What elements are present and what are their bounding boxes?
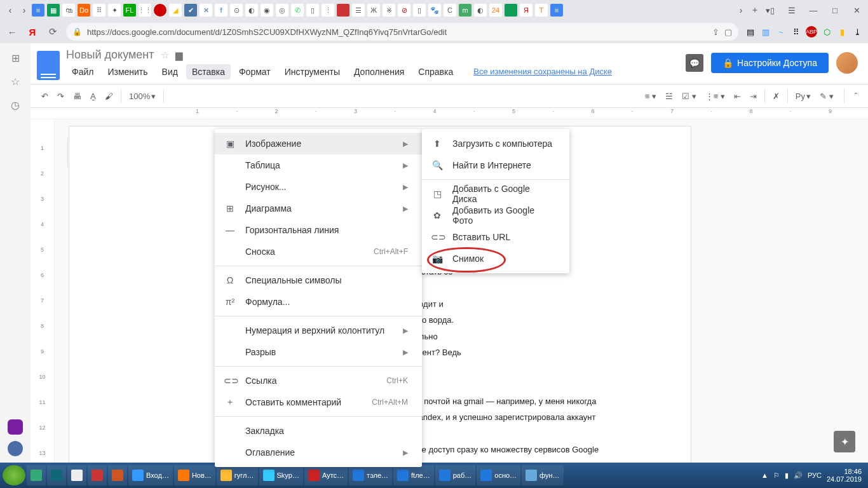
taskbar-item[interactable] <box>47 465 66 485</box>
taskbar-item[interactable]: Skyp… <box>259 465 303 485</box>
panel-apps-icon[interactable]: ⊞ <box>11 52 20 64</box>
menu-item[interactable]: —Горизонтальная линия <box>215 219 422 241</box>
tray-clock[interactable]: 18:46 24.07.2019 <box>827 468 862 483</box>
menu-icon[interactable]: ☰ <box>784 6 799 15</box>
tab-favicon[interactable]: ⊘ <box>398 4 410 17</box>
taskbar-item[interactable]: осно… <box>477 465 520 485</box>
paint-format-button[interactable]: 🖌 <box>102 89 116 104</box>
menu-item[interactable]: Закладка <box>215 420 422 442</box>
clear-format-button[interactable]: ✗ <box>770 89 783 104</box>
explore-button[interactable]: ✦ <box>834 431 855 452</box>
tab-favicon[interactable]: ◐ <box>474 4 487 17</box>
tab-favicon[interactable]: ※ <box>383 4 395 17</box>
tab-favicon[interactable]: ▦ <box>47 4 60 17</box>
folder-icon[interactable]: ▆ <box>175 50 183 61</box>
menu-item[interactable]: 📷Снимок <box>422 248 569 269</box>
docs-logo-icon[interactable] <box>37 51 60 80</box>
tabs-more[interactable]: › <box>735 4 747 17</box>
zoom-select[interactable]: 100% ▾ <box>126 89 159 104</box>
ext-icon[interactable]: ~ <box>775 26 787 37</box>
taskbar-item[interactable]: Аутс… <box>304 465 348 485</box>
tab-favicon[interactable] <box>337 4 349 17</box>
tab-favicon[interactable]: T <box>535 4 548 17</box>
menu-справка[interactable]: Справка <box>412 64 459 79</box>
tab-favicon[interactable] <box>154 4 166 17</box>
tab-favicon[interactable]: ◉ <box>261 4 273 17</box>
tab-favicon[interactable]: FL <box>123 4 136 17</box>
menu-item[interactable]: ⊂⊃Вставить URL <box>422 226 569 248</box>
redo-button[interactable]: ↷ <box>54 89 67 104</box>
menu-item[interactable]: ◳Добавить с Google Диска <box>422 183 569 205</box>
align-button[interactable]: ≡ ▾ <box>642 89 660 104</box>
tab-favicon[interactable]: m <box>459 4 471 17</box>
taskbar-item[interactable] <box>27 465 46 485</box>
tab-favicon[interactable]: Do <box>78 4 90 17</box>
new-tab-button[interactable]: ＋ <box>749 4 761 17</box>
tab-favicon[interactable]: ▯ <box>413 4 426 17</box>
star-icon[interactable]: ☆ <box>161 50 169 61</box>
indent-dec-button[interactable]: ⇤ <box>731 89 744 104</box>
tab-favicon[interactable]: ◎ <box>276 4 288 17</box>
tab-favicon[interactable]: Ж <box>367 4 380 17</box>
menu-вид[interactable]: Вид <box>156 64 184 79</box>
taskbar-item[interactable]: фун… <box>522 465 564 485</box>
nav-back[interactable]: ← <box>5 25 19 39</box>
tab-favicon[interactable] <box>505 4 517 17</box>
tab-favicon[interactable]: ⊙ <box>230 4 243 17</box>
editing-mode-button[interactable]: ✎ ▾ <box>817 89 837 104</box>
undo-button[interactable]: ↶ <box>38 89 51 104</box>
checklist-button[interactable]: ☑ ▾ <box>679 89 700 104</box>
window-close[interactable]: ✕ <box>849 6 864 15</box>
menu-формат[interactable]: Формат <box>233 64 276 79</box>
image-submenu[interactable]: ⬆Загрузить с компьютера🔍Найти в Интернет… <box>422 129 569 273</box>
menu-item[interactable]: π²Формула... <box>215 291 422 313</box>
menu-item[interactable]: ✿Добавить из Google Фото <box>422 205 569 226</box>
tray-lang[interactable]: РУС <box>808 471 822 479</box>
spellcheck-button[interactable]: A̱ <box>87 89 99 104</box>
menu-item[interactable]: Таблица▶ <box>215 154 422 176</box>
tab-favicon[interactable]: ✆ <box>291 4 304 17</box>
tab-favicon[interactable]: ⠿ <box>93 4 105 17</box>
taskbar-item[interactable]: раб… <box>435 465 476 485</box>
window-min[interactable]: — <box>806 6 821 15</box>
menu-item[interactable]: ΩСпециальные символы <box>215 269 422 291</box>
tab-favicon[interactable]: ☰ <box>352 4 365 17</box>
menu-item[interactable]: Рисунок...▶ <box>215 176 422 198</box>
saved-status[interactable]: Все изменения сохранены на Диске <box>468 64 618 79</box>
comments-icon[interactable]: 💬 <box>686 54 703 72</box>
share-button[interactable]: 🔒 Настройки Доступа <box>711 53 829 73</box>
menu-вставка[interactable]: Вставка <box>186 64 231 79</box>
panel-icon[interactable]: ▾▯ <box>763 6 778 15</box>
tab-favicon[interactable]: C <box>444 4 456 17</box>
tab-favicon[interactable]: ▯ <box>306 4 319 17</box>
menu-инструменты[interactable]: Инструменты <box>279 64 346 79</box>
tray-network-icon[interactable]: ▮ <box>785 471 789 480</box>
tray-up-icon[interactable]: ▲ <box>761 471 768 479</box>
menu-item[interactable]: ▣Изображение▶ <box>215 133 422 154</box>
panel-history-icon[interactable]: ◷ <box>11 99 20 111</box>
tab-favicon[interactable]: 24 <box>489 4 502 17</box>
menu-item[interactable]: ⬆Загрузить с компьютера <box>422 133 569 154</box>
menu-item[interactable]: СноскаCtrl+Alt+F <box>215 241 422 262</box>
menu-изменить[interactable]: Изменить <box>102 64 153 79</box>
ext-icon[interactable]: ⠿ <box>790 26 802 37</box>
hide-menus-button[interactable]: ˆ <box>851 89 860 104</box>
menu-item[interactable]: ⊂⊃СсылкаCtrl+K <box>215 370 422 391</box>
tabs-back[interactable]: ‹ <box>4 4 17 17</box>
line-spacing-button[interactable]: ☱ <box>662 89 676 104</box>
panel-bookmark-icon[interactable]: ☆ <box>11 76 20 88</box>
menu-файл[interactable]: Файл <box>66 64 99 79</box>
ext-icon[interactable]: ▥ <box>760 26 771 37</box>
tray-volume-icon[interactable]: 🔊 <box>794 471 803 480</box>
ext-icon[interactable]: ▮ <box>836 26 848 37</box>
menu-item[interactable]: Нумерация и верхний колонтитул▶ <box>215 320 422 341</box>
menu-item[interactable]: Разрыв▶ <box>215 341 422 363</box>
tab-favicon[interactable]: Я <box>520 4 532 17</box>
tabs-fwd[interactable]: › <box>18 4 31 17</box>
menu-item[interactable]: ＋Оставить комментарийCtrl+Alt+M <box>215 391 422 413</box>
ext-icon[interactable]: ▤ <box>745 26 756 37</box>
panel-app-icon[interactable] <box>8 441 23 456</box>
print-button[interactable]: 🖶 <box>70 89 85 104</box>
nav-reload[interactable]: ⟳ <box>46 25 60 39</box>
panel-app-icon[interactable] <box>8 419 23 435</box>
